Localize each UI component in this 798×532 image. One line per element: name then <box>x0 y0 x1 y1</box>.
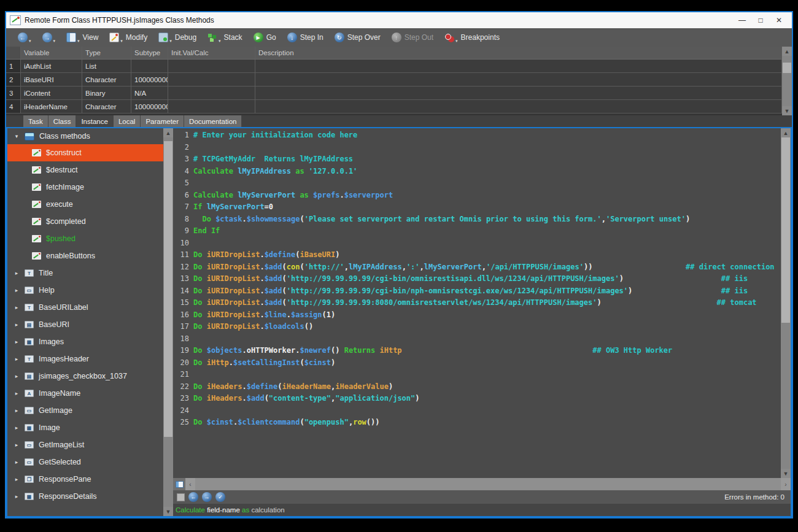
tab-task[interactable]: Task <box>23 115 48 127</box>
code-line[interactable]: 1# Enter your initialization code here <box>173 129 781 142</box>
method-item-execute[interactable]: execute <box>7 196 163 213</box>
code-line[interactable]: 16Do iURIDropList.$line.$assign(1) <box>173 309 781 322</box>
code-line[interactable]: 24 <box>173 405 781 417</box>
code-line[interactable]: 18 <box>173 333 781 345</box>
modify-button[interactable]: ▾Modify <box>104 30 153 45</box>
code-line[interactable]: 4Calculate lMyIPAddress as '127.0.0.1' <box>173 166 781 178</box>
tab-parameter[interactable]: Parameter <box>141 115 184 127</box>
close-button[interactable]: ✕ <box>770 16 788 25</box>
tab-documentation[interactable]: Documentation <box>184 115 242 127</box>
go-button[interactable]: ▶Go <box>248 30 282 45</box>
scroll-up-icon[interactable]: ▲ <box>782 47 792 56</box>
field-item-responsepane[interactable]: ▸❐ResponsePane <box>7 471 163 488</box>
scroll-down-icon[interactable]: ▼ <box>781 469 791 478</box>
chevron-right-icon[interactable]: ▸ <box>14 339 20 345</box>
chevron-right-icon[interactable]: ▸ <box>14 270 20 276</box>
step-over-button[interactable]: ↻Step Over <box>329 30 386 45</box>
code-line[interactable]: 20Do iHttp.$setCallingInst($cinst) <box>173 357 781 369</box>
code-line[interactable]: 3# TCPGetMyAddr Returns lMyIPAddress <box>173 153 781 166</box>
field-item-image[interactable]: ▸▦Image <box>7 419 163 436</box>
description-cell[interactable] <box>255 87 782 100</box>
chevron-right-icon[interactable]: ▸ <box>14 493 20 499</box>
code-line[interactable]: 13Do iURIDropList.$add('http://99.99.99.… <box>173 273 781 285</box>
init-cell[interactable] <box>168 100 255 114</box>
chevron-right-icon[interactable]: ▸ <box>14 373 20 379</box>
h-scroll-right-icon[interactable]: › <box>781 478 791 490</box>
code-line[interactable]: 8 Do $ctask.$showmessage('Please set ser… <box>173 214 781 226</box>
table-row[interactable]: 1iAuthListList <box>6 60 782 73</box>
column-header[interactable]: Init.Val/Calc <box>168 47 255 60</box>
tab-instance[interactable]: Instance <box>76 115 113 127</box>
code-line[interactable]: 19Do $objects.oHTTPWorker.$newref() Retu… <box>173 345 781 357</box>
scroll-down-icon[interactable]: ▼ <box>782 106 792 115</box>
type-cell[interactable]: Character <box>82 100 131 114</box>
table-scrollbar-track[interactable] <box>782 56 792 106</box>
code-line[interactable]: 10 <box>173 237 781 250</box>
subtype-cell[interactable] <box>131 60 168 73</box>
method-item-destruct[interactable]: $destruct <box>7 161 163 179</box>
table-scrollbar[interactable]: ▲ ▼ <box>782 47 792 115</box>
column-header[interactable]: Description <box>255 47 782 60</box>
field-item-baseuri[interactable]: ▸▤BaseURI <box>7 316 163 333</box>
chevron-right-icon[interactable]: ▸ <box>14 287 20 293</box>
field-item-getimage[interactable]: ▸▭GetImage <box>7 402 163 419</box>
horizontal-scrollbar[interactable]: ‹ › <box>173 478 791 490</box>
minimize-button[interactable]: — <box>733 16 751 25</box>
description-cell[interactable] <box>255 100 782 114</box>
code-line[interactable]: 15Do iURIDropList.$add('http://99.99.99.… <box>173 297 781 309</box>
type-cell[interactable]: Binary <box>82 87 131 100</box>
code-scrollbar-track[interactable] <box>781 137 791 469</box>
field-item-baseurilabel[interactable]: ▸TBaseURILabel <box>7 299 163 316</box>
sidebar-scrollbar[interactable]: ▲ ▼ <box>163 128 173 516</box>
scroll-up-icon[interactable]: ▲ <box>781 128 791 137</box>
code-line[interactable]: 21 <box>173 369 781 381</box>
maximize-button[interactable]: □ <box>751 16 770 25</box>
column-header[interactable]: Variable <box>21 47 82 60</box>
view-button[interactable]: ▾View <box>61 30 104 45</box>
variable-cell[interactable]: iBaseURI <box>21 73 82 87</box>
chevron-down-icon[interactable]: ▾ <box>14 133 20 139</box>
chevron-right-icon[interactable]: ▸ <box>14 356 20 362</box>
field-item-responsedetails[interactable]: ▸▦ResponseDetails <box>7 488 163 505</box>
editor-list-button[interactable] <box>173 478 185 490</box>
description-cell[interactable] <box>255 60 782 73</box>
chevron-right-icon[interactable]: ▸ <box>14 322 20 328</box>
tab-class[interactable]: Class <box>48 115 77 127</box>
breakpoints-button[interactable]: ▾Breakpoints <box>439 30 505 45</box>
field-item-jsimages_checkbox_1037[interactable]: ▸▤jsimages_checkbox_1037 <box>7 368 163 385</box>
type-cell[interactable]: Character <box>82 73 131 87</box>
chevron-right-icon[interactable]: ▸ <box>14 407 20 414</box>
init-cell[interactable] <box>168 60 255 73</box>
code-scrollbar-thumb[interactable] <box>781 137 790 323</box>
field-item-help[interactable]: ▸▭Help <box>7 282 163 299</box>
forward-button[interactable]: →▾ <box>37 30 61 45</box>
h-scroll-left-icon[interactable]: ‹ <box>185 478 195 490</box>
stop-button[interactable] <box>177 493 185 501</box>
table-scrollbar-thumb[interactable] <box>783 63 791 72</box>
init-cell[interactable] <box>168 73 255 87</box>
field-item-imagename[interactable]: ▸AImageName <box>7 385 163 402</box>
subtype-cell[interactable]: 100000000 <box>131 73 168 87</box>
field-item-getselected[interactable]: ▸▭GetSelected <box>7 453 163 471</box>
back-button[interactable]: ←▾ <box>12 30 37 45</box>
field-item-title[interactable]: ▸TTitle <box>7 264 163 282</box>
field-item-images[interactable]: ▸▦Images <box>7 333 163 350</box>
code-line[interactable]: 2 <box>173 142 781 154</box>
code-line[interactable]: 17Do iURIDropList.$loadcols() <box>173 321 781 333</box>
code-line[interactable]: 9End If <box>173 225 781 237</box>
variable-cell[interactable]: iHeaderName <box>21 100 82 114</box>
h-scroll-track[interactable] <box>195 478 781 490</box>
field-item-getimagelist[interactable]: ▸▭GetImageList <box>7 436 163 453</box>
code-line[interactable]: 25Do $cinst.$clientcommand("openpush",ro… <box>173 417 781 429</box>
code-editor[interactable]: 1# Enter your initialization code here23… <box>173 128 781 478</box>
sidebar-scrollbar-track[interactable] <box>163 137 173 507</box>
scroll-up-icon[interactable]: ▲ <box>163 128 173 137</box>
column-header[interactable]: Type <box>82 47 131 60</box>
sidebar-scrollbar-thumb[interactable] <box>164 141 172 437</box>
init-cell[interactable] <box>168 87 255 100</box>
scroll-down-icon[interactable]: ▼ <box>163 507 173 516</box>
method-item-fetchImage[interactable]: fetchImage <box>7 179 163 196</box>
code-line[interactable]: 5 <box>173 177 781 190</box>
tab-local[interactable]: Local <box>114 115 141 127</box>
method-item-enableButtons[interactable]: enableButtons <box>7 247 163 264</box>
